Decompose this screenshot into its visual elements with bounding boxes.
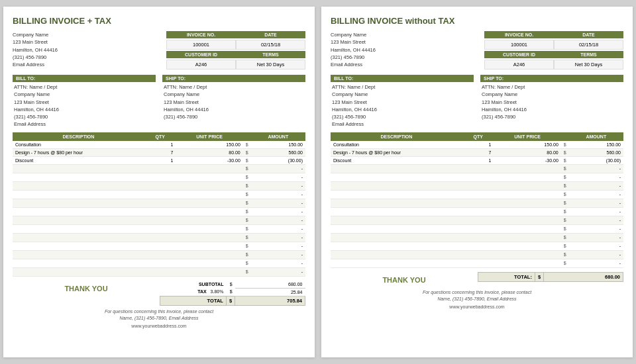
ship2-city: Hamilton, OH 44416 [482,106,622,113]
bill-company: Company Name [14,91,154,98]
invoice-without-tax: BILLING INVOICE without TAX Company Name… [321,7,633,357]
ship2-street: 123 Main Street [482,99,622,106]
item23-qty: 1 [462,156,494,164]
table-row: $- [13,199,305,207]
invoice2-no-value: 100001 [484,40,554,50]
invoice1-company-info: Company Name 123 Main Street Hamilton, O… [13,31,58,71]
invoice2-company-info: Company Name 123 Main Street Hamilton, O… [331,31,376,71]
table-row: $- [331,190,623,199]
bill-to-content: ATTN: Name / Dept Company Name 123 Main … [13,83,156,128]
item3-amount: (30.00) [251,156,305,164]
terms-value: Net 30 Days [236,60,305,69]
customer-id-value-row: A246 Net 30 Days [166,60,305,69]
table-row: $- [331,242,623,250]
total2-value: 680.00 [544,272,623,281]
invoice2-date-label: DATE [554,31,623,38]
total-label: TOTAL [160,296,227,305]
item2-qty: 7 [144,148,176,156]
tax-value: 25.84 [235,288,305,296]
table-row: $- [331,207,623,216]
ship-phone: (321) 456-7890 [164,113,304,120]
item21-amount: 150.00 [569,141,623,149]
page-container: BILLING INVOICE + TAX Company Name 123 M… [3,7,633,357]
col-unit-price: UNIT PRICE [176,132,242,141]
table-row: Discount 1 -30.00 $ (30.00) [331,156,623,164]
col2-unit-price: UNIT PRICE [494,132,560,141]
item3-dollar: $ [243,156,251,164]
invoice2-bottom-left: THANK YOU [331,271,478,287]
table-row: Design - 7 hours @ $80 per hour 7 80.00 … [331,148,623,156]
invoice2-terms-label: TERMS [554,51,623,58]
item22-unit-price: 80.00 [494,148,560,156]
item23-dollar: $ [561,156,569,164]
invoice2-customer-value-row: A246 Net 30 Days [484,60,623,69]
ship-to-header: SHIP TO: [162,75,305,82]
invoice1-top-section: Company Name 123 Main Street Hamilton, O… [13,31,305,71]
total2-dollar: $ [535,272,543,281]
subtotal-row: SUBTOTAL $ 680.00 [160,281,305,289]
table-row: $- [13,164,305,173]
tax-dollar: $ [226,288,235,296]
customer-id-row: CUSTOMER ID TERMS [166,51,305,58]
ship-company: Company Name [164,91,304,98]
table-row: $- [331,250,623,259]
table-row: $- [331,199,623,207]
invoice2-top-section: Company Name 123 Main Street Hamilton, O… [331,31,623,71]
subtotal2-table: TOTAL: $ 680.00 [478,272,623,282]
subtotal-table: SUBTOTAL $ 680.00 TAX 3.80% $ 25.84 TOTA [160,281,305,306]
ship2-attn: ATTN: Name / Dept [482,83,622,91]
item22-qty: 7 [462,148,494,156]
company2-name: Company Name [331,31,376,38]
table-row: $- [13,242,305,250]
bill-attn: ATTN: Name / Dept [14,83,154,91]
table-row: $- [331,164,623,173]
invoice1-footer-web: www.yourwebaddress.com [13,324,305,328]
item22-amount: 560.00 [569,148,623,156]
invoice1-address-section: BILL TO: ATTN: Name / Dept Company Name … [13,75,305,128]
invoice2-fields: INVOICE NO. DATE 100001 02/15/18 CUSTOME… [484,31,623,71]
total2-label: TOTAL: [478,272,535,281]
col-description: DESCRIPTION [13,132,144,141]
date-value: 02/15/18 [236,40,305,50]
bill2-to-header: BILL TO: [331,75,474,82]
invoice2-address-section: BILL TO: ATTN: Name / Dept Company Name … [331,75,623,128]
bill-phone: (321) 456-7890 [14,113,154,120]
table-row: Discount 1 -30.00 $ (30.00) [13,156,305,164]
invoice2-title: BILLING INVOICE without TAX [331,16,623,26]
item2-dollar: $ [243,148,251,156]
item2-desc: Design - 7 hours @ $80 per hour [13,148,144,156]
table-row: $- [331,181,623,190]
company2-email: Email Address [331,61,376,68]
company2-phone: (321) 456-7890 [331,54,376,61]
table-row: $- [331,173,623,181]
table-row: $- [331,216,623,224]
invoice2-customer-row: CUSTOMER ID TERMS [484,51,623,58]
table-row: $- [331,224,623,233]
customer-id-label: CUSTOMER ID [166,51,236,58]
col2-description: DESCRIPTION [331,132,462,141]
invoice2-date-value: 02/15/18 [554,40,623,50]
table-row: $- [331,259,623,267]
table-row: $- [13,233,305,242]
total-dollar: $ [226,296,235,305]
invoice2-footer-web: www.yourwebaddress.com [331,304,623,309]
item22-desc: Design - 7 hours @ $80 per hour [331,148,462,156]
bill-street: 123 Main Street [14,99,154,106]
item3-desc: Discount [13,156,144,164]
col-qty: QTY [144,132,176,141]
total-row: TOTAL $ 705.84 [160,296,305,305]
company2-street: 123 Main Street [331,38,376,46]
bill-city: Hamilton, OH 44416 [14,106,154,113]
invoice1-fields: INVOICE NO. DATE 100001 02/15/18 CUSTOME… [166,31,305,71]
table-row: $- [13,190,305,199]
item1-dollar: $ [243,141,251,149]
company-city: Hamilton, OH 44416 [13,46,58,54]
item3-qty: 1 [144,156,176,164]
total2-row: TOTAL: $ 680.00 [478,272,623,281]
tax-row: TAX 3.80% $ 25.84 [160,288,305,296]
subtotal-dollar: $ [226,281,235,289]
ship2-company: Company Name [482,91,622,98]
invoice-with-tax: BILLING INVOICE + TAX Company Name 123 M… [3,7,315,357]
ship2-to-content: ATTN: Name / Dept Company Name 123 Main … [480,83,623,120]
bill2-city: Hamilton, OH 44416 [332,106,472,113]
